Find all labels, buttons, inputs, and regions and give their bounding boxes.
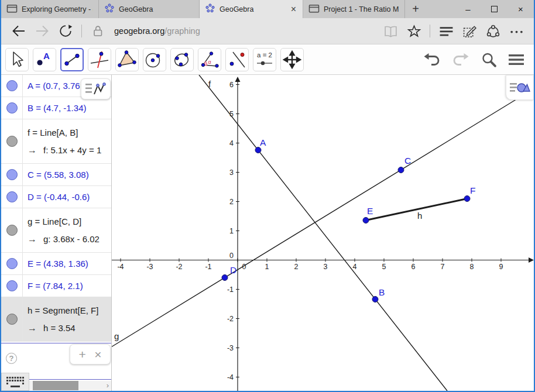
new-tab-button[interactable]: + [405,0,426,18]
point-label-D: D [230,265,236,275]
search-icon[interactable] [481,51,497,68]
row-content: C = (5.58, 3.08) [23,164,111,185]
algebra-row-f[interactable]: f = Line[A, B]→f: 5.1x + 4y = 1 [1,119,111,164]
algebra-row-E[interactable]: E = (4.38, 1.36) [1,253,111,275]
tool-polygon[interactable] [115,48,139,71]
output-value: g: 3.68x - 6.02 [43,234,100,244]
undo-icon[interactable] [423,51,441,68]
graph-point-B[interactable] [372,297,378,302]
favorites-star-icon[interactable] [406,23,422,39]
tab-project-1[interactable]: Project 1 - The Ratio M [303,0,405,18]
tab-exploring-geometry[interactable]: Exploring Geometry - ( [1,0,99,18]
visibility-toggle-h[interactable] [6,314,18,325]
tool-reflection[interactable] [225,48,249,71]
geogebra-toolbar: Aαa = 2 [1,44,534,75]
forward-icon[interactable] [34,23,50,39]
algebra-row-C[interactable]: C = (5.58, 3.08) [1,164,111,186]
row-content: h = Segment[E, F]→h = 3.54 [23,297,111,341]
visibility-toggle-D[interactable] [6,191,18,202]
visibility-toggle-column [1,97,23,119]
web-note-icon[interactable] [461,23,478,39]
x-tick-label: 2 [294,263,299,271]
x-tick-label: -3 [146,263,153,271]
graph-canvas[interactable]: -4-3-2-10123456789-4-3-2-10123456fghABCD… [112,75,534,391]
minimize-button[interactable]: – [455,0,481,18]
svg-text:a = 2: a = 2 [257,51,272,59]
visibility-toggle-B[interactable] [6,102,18,114]
add-input-button[interactable]: + [78,348,85,362]
scrollbar-right-arrow[interactable]: › [107,381,109,390]
graph-line-g[interactable] [112,89,534,347]
graph-point-C[interactable] [398,167,404,173]
graph-point-E[interactable] [363,218,369,223]
tool-point[interactable]: A [33,48,56,71]
maximize-button[interactable] [481,0,507,18]
svg-text:α: α [208,59,211,65]
reading-view-icon[interactable] [382,23,399,39]
algebra-row-B[interactable]: B = (4.7, -1.34) [1,97,111,119]
tool-conic[interactable] [170,48,194,71]
tab-geogebra-1[interactable]: GeoGebra [99,0,200,18]
refresh-icon[interactable] [57,23,74,39]
visibility-toggle-column [1,297,23,341]
window-controls: – × [455,0,534,18]
algebra-rows: A = (0.7, 3.76B = (4.7, -1.34)f = Line[A… [1,75,111,342]
tool-angle[interactable]: α [198,48,221,71]
back-icon[interactable] [11,23,27,39]
more-actions-icon[interactable] [508,23,524,39]
line-label-g: g [114,331,119,341]
row-content: B = (4.7, -1.34) [23,97,111,119]
visibility-toggle-F[interactable] [6,280,18,291]
point-label-B: B [379,287,385,297]
close-input-button[interactable]: × [94,348,101,362]
scrollbar-thumb[interactable] [33,381,78,390]
visibility-toggle-A[interactable] [6,80,18,91]
help-button[interactable]: ? [6,353,17,364]
y-tick-label: -1 [227,286,234,294]
y-tick-label: -3 [227,344,234,352]
close-button[interactable]: × [507,0,534,18]
tab-close-icon[interactable]: × [290,5,297,14]
graphics-stylebar-button[interactable] [506,75,534,100]
hub-icon[interactable] [438,23,454,39]
line-label-f: f [208,79,211,89]
graph-point-F[interactable] [464,196,470,202]
reflection-icon [227,50,248,69]
object-definition: h = Segment[E, F] [28,305,111,315]
tool-move-graphics-view[interactable] [280,48,304,71]
tab-geogebra-active[interactable]: GeoGebra × [200,0,303,18]
algebra-stylebar-button[interactable] [81,78,111,99]
visibility-toggle-f[interactable] [6,136,18,147]
visibility-toggle-g[interactable] [6,225,18,236]
algebra-row-D[interactable]: D = (-0.44, -0.6) [1,186,111,208]
url-field[interactable]: geogebra.org/graphing [114,26,200,36]
graph-line-h[interactable] [366,199,467,221]
point-label-F: F [470,185,475,195]
algebra-horizontal-scrollbar[interactable]: › [29,381,111,390]
menu-icon[interactable] [508,53,524,67]
graph-point-D[interactable] [222,275,228,281]
redo-icon[interactable] [452,51,469,68]
browser-window: Exploring Geometry - ( GeoGebra GeoGebra… [0,0,535,392]
visibility-toggle-C[interactable] [6,169,18,180]
graph-line-f[interactable] [199,75,447,391]
line-icon [61,50,83,69]
algebra-row-g[interactable]: g = Line[C, D]→g: 3.68x - 6.02 [1,208,111,253]
tool-move[interactable] [5,48,29,71]
visibility-toggle-E[interactable] [6,258,18,269]
conic-icon [172,50,193,69]
tool-perpendicular-line[interactable] [88,48,111,71]
share-icon[interactable] [485,23,501,39]
tool-slider[interactable]: a = 2 [253,48,276,71]
app-main: A = (0.7, 3.76B = (4.7, -1.34)f = Line[A… [1,75,534,391]
algebra-row-F[interactable]: F = (7.84, 2.1) [1,275,111,297]
algebra-row-h[interactable]: h = Segment[E, F]→h = 3.54 [1,297,111,342]
visibility-toggle-column [1,186,23,208]
tool-line[interactable] [60,48,84,71]
row-content: F = (7.84, 2.1) [23,275,111,297]
virtual-keyboard-button[interactable] [1,373,29,391]
graph-point-A[interactable] [255,147,261,153]
point-label-A: A [260,137,266,147]
point-label-C: C [404,156,411,166]
tool-circle[interactable] [143,48,166,71]
